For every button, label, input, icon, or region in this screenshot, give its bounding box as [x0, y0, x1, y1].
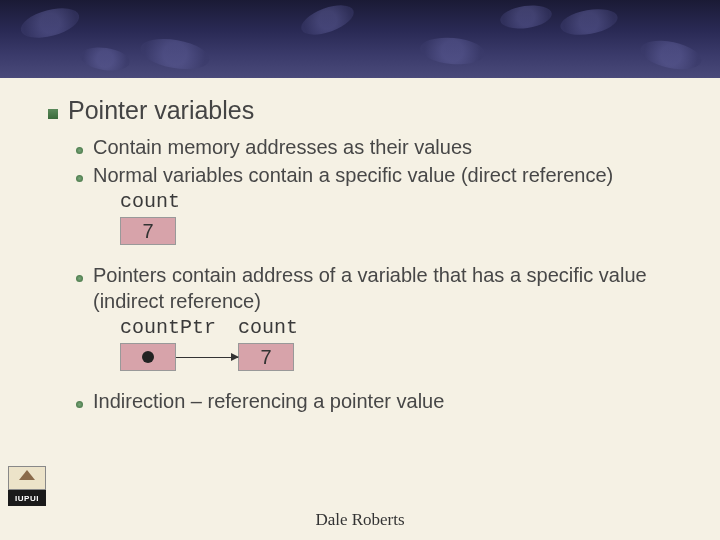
pointer-dot-icon — [142, 351, 154, 363]
count-value: 7 — [142, 220, 153, 243]
countptr-label: countPtr — [120, 316, 238, 339]
bullet-text: Normal variables contain a specific valu… — [93, 163, 613, 189]
decorative-banner — [0, 0, 720, 78]
slide-content: Pointer variables Contain memory address… — [0, 78, 720, 415]
author-name: Dale Roberts — [0, 510, 720, 530]
bullet-dot-icon — [76, 147, 83, 154]
heading-row: Pointer variables — [48, 96, 700, 125]
pointer-labels-row: countPtr count — [120, 316, 700, 339]
bullet-dot-icon — [76, 275, 83, 282]
heading-text: Pointer variables — [68, 96, 254, 125]
bullet-text: Contain memory addresses as their values — [93, 135, 472, 161]
logo-graphic-icon — [8, 466, 46, 490]
iupui-logo: IUPUI — [8, 466, 46, 510]
bullet-text: Pointers contain address of a variable t… — [93, 263, 700, 314]
count-label: count — [120, 190, 700, 213]
count-box-row: 7 — [120, 217, 700, 245]
bullet-item-2: Normal variables contain a specific valu… — [76, 163, 700, 189]
bullet-square-icon — [48, 109, 58, 119]
count-value-box: 7 — [120, 217, 176, 245]
bullet-text: Indirection – referencing a pointer valu… — [93, 389, 444, 415]
countptr-box — [120, 343, 176, 371]
bullet-dot-icon — [76, 401, 83, 408]
count-target-value: 7 — [260, 346, 271, 369]
count-target-box: 7 — [238, 343, 294, 371]
pointer-arrow-icon — [176, 357, 238, 358]
logo-text: IUPUI — [8, 490, 46, 506]
bullet-item-1: Contain memory addresses as their values — [76, 135, 700, 161]
bullet-item-4: Indirection – referencing a pointer valu… — [76, 389, 700, 415]
sub-list: Contain memory addresses as their values… — [48, 135, 700, 415]
bullet-item-3: Pointers contain address of a variable t… — [76, 263, 700, 314]
count-label-2: count — [238, 316, 298, 339]
bullet-dot-icon — [76, 175, 83, 182]
pointer-box-row: 7 — [120, 343, 700, 371]
